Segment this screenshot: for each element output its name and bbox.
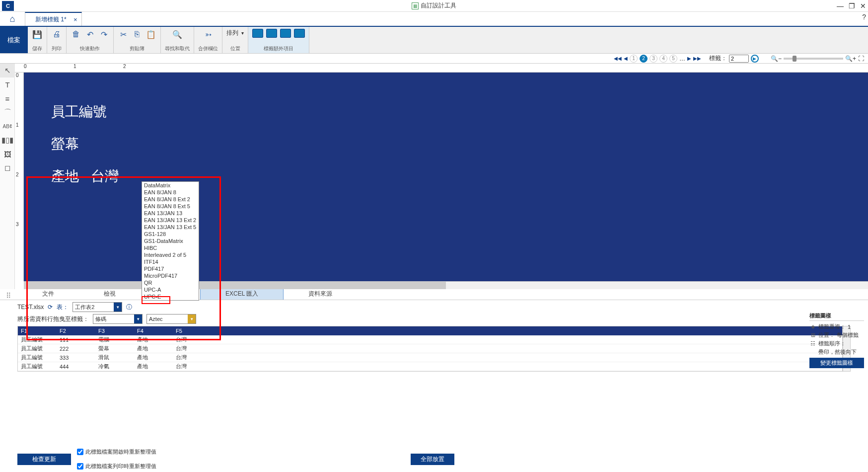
page-2[interactable]: 2 [640,55,648,63]
tab-view[interactable]: 檢視 [79,288,141,300]
close-button[interactable]: ✕ [860,2,866,10]
binoculars-icon[interactable]: 🔍 [172,29,183,40]
table-header-cell[interactable]: F4 [134,326,173,335]
barcode-type-dropdown-list[interactable]: DataMatrixEAN 8/JAN 8EAN 8/JAN 8 Ext 2EA… [142,181,199,301]
home-icon[interactable]: ⌂ [0,12,25,26]
refresh-icon[interactable]: ⟳ [48,304,53,311]
save-icon[interactable]: 💾 [32,29,43,40]
extra-item-4[interactable] [294,29,305,38]
barcode-option[interactable]: EAN 8/JAN 8 Ext 2 [142,196,199,203]
sheet-select[interactable]: 工作表2▾ [72,302,122,312]
paste-icon[interactable]: 📋 [145,29,156,40]
maximize-button[interactable]: ❐ [849,2,855,10]
page-3[interactable]: 3 [650,55,657,63]
first-page-icon[interactable]: ◀◀ [614,56,622,61]
table-row[interactable]: 員工編號111電腦產地台灣 [18,335,842,344]
table-header-cell[interactable]: F5 [173,326,212,335]
help-button[interactable]: ? [862,13,866,21]
pointer-tool-icon[interactable]: ↖ [0,64,15,78]
check-update-button[interactable]: 檢查更新 [17,454,71,465]
header-toggle-icon[interactable]: ⓘ [126,303,132,312]
barcode-option[interactable]: PDF417 [142,265,199,272]
zoom-in-icon[interactable]: 🔍+ [845,55,856,62]
table-header-cell[interactable]: F3 [95,326,134,335]
format-select[interactable]: 條碼▾ [93,314,143,324]
image-tool-icon[interactable]: 🖼 [0,147,15,161]
richtext-tool-icon[interactable]: AB¢ [0,119,15,133]
barcode-option[interactable]: UPC-E [142,293,199,300]
print-icon[interactable]: 🖨 [51,29,62,40]
close-tab-icon[interactable]: × [73,16,77,23]
minimize-button[interactable]: — [837,2,844,10]
shape-tool-icon[interactable]: ◻ [0,161,15,175]
panel-header: 標籤圖樣 [809,312,864,321]
extra-item-1[interactable] [252,29,263,38]
barcode-tool-icon[interactable]: ▮▯▮ [0,133,15,147]
copy-icon[interactable]: ⎘ [132,29,143,40]
ribbon-group-extra: 標籤額外項目 [248,27,309,53]
extra-item-2[interactable] [266,29,277,38]
workspace: ↖ T ≡ ⌒ AB¢ ▮▯▮ 🖼 ◻ 012 0123 員工編號 螢幕 產地 … [0,64,868,289]
checkbox-refresh-open[interactable]: 此標籤檔案開啟時重新整理值 [77,448,156,456]
ribbon-group-clipboard: ✂ ⎘ 📋 剪貼簿 [114,27,161,53]
chevron-down-icon[interactable]: ▾ [241,30,244,36]
label-number-input[interactable] [729,55,749,63]
tab-document[interactable]: 文件 [17,288,79,300]
page-5[interactable]: 5 [669,55,677,63]
tab-excel-import[interactable]: EXCEL 匯入 [200,288,284,300]
arrange-label[interactable]: 排列 [226,29,238,37]
filename-label: TEST.xlsx [17,304,44,311]
prev-page-icon[interactable]: ◀ [624,56,628,61]
next-page-icon[interactable]: ▶ [687,56,691,61]
extra-item-3[interactable] [280,29,291,38]
file-menu-button[interactable]: 檔案 [0,27,28,53]
zoom-slider[interactable] [784,58,843,60]
barcode-option[interactable]: MicroPDF417 [142,272,199,279]
barcode-option[interactable]: Interleaved 2 of 5 [142,251,199,258]
barcode-type-select[interactable]: Aztec▾ [146,314,196,324]
change-pattern-button[interactable]: 變更標籤圖樣 [809,358,864,368]
table-row[interactable]: 員工編號333滑鼠產地台灣 [18,353,842,362]
canvas-text-3[interactable]: 產地 [51,167,79,186]
barcode-option[interactable]: ITF14 [142,258,199,265]
undo-icon[interactable]: ↶ [84,29,95,40]
canvas-text-1[interactable]: 員工編號 [51,102,107,121]
arc-text-tool-icon[interactable]: ⌒ [0,105,15,119]
document-tab[interactable]: 新增標籤 1* × [25,12,82,26]
trash-icon[interactable]: 🗑 [71,29,81,40]
barcode-option[interactable]: GS1-DataMatrix [142,237,199,244]
canvas-text-4[interactable]: 台灣 [91,167,119,186]
page-4[interactable]: 4 [659,55,667,63]
barcode-option[interactable]: EAN 8/JAN 8 [142,189,199,196]
barcode-option[interactable]: EAN 13/JAN 13 [142,210,199,217]
barcode-option[interactable]: EAN 13/JAN 13 Ext 5 [142,224,199,231]
barcode-option[interactable]: QR [142,279,199,286]
checkbox-refresh-print[interactable]: 此標籤檔案列印時重新整理值 [77,463,156,470]
barcode-option[interactable]: EAN 13/JAN 13 Ext 2 [142,217,199,224]
merge-icon[interactable]: ➳ [203,29,214,40]
table-header-cell[interactable]: F2 [57,326,95,335]
tab-datasource[interactable]: 資料來源 [284,288,357,300]
redo-icon[interactable]: ↷ [98,29,109,40]
zoom-out-icon[interactable]: 🔍− [771,55,782,62]
barcode-option[interactable]: GS1-128 [142,231,199,237]
table-header-cell[interactable] [212,326,842,335]
multitext-tool-icon[interactable]: ≡ [0,91,15,105]
page-1[interactable]: 1 [630,55,638,63]
table-row[interactable]: 員工編號222螢幕產地台灣 [18,344,842,353]
table-header-cell[interactable]: F1 [18,326,57,335]
barcode-option[interactable]: HIBC [142,244,199,251]
go-button-icon[interactable]: ▶ [751,55,759,63]
barcode-option[interactable]: UPC-A [142,286,199,293]
grip-icon[interactable]: ⠿ [6,292,11,300]
barcode-option[interactable]: EAN 8/JAN 8 Ext 5 [142,203,199,210]
table-row[interactable]: 員工編號444冷氣產地台灣 [18,362,842,371]
barcode-option[interactable]: DataMatrix [142,182,199,189]
text-tool-icon[interactable]: T [0,78,15,91]
canvas-text-2[interactable]: 螢幕 [51,135,79,154]
place-all-button[interactable]: 全部放置 [411,454,454,465]
zoom-control: 🔍− 🔍+ ⛶ [771,55,864,62]
cut-icon[interactable]: ✂ [118,29,129,40]
zoom-fit-icon[interactable]: ⛶ [858,55,864,62]
last-page-icon[interactable]: ▶▶ [693,56,701,61]
